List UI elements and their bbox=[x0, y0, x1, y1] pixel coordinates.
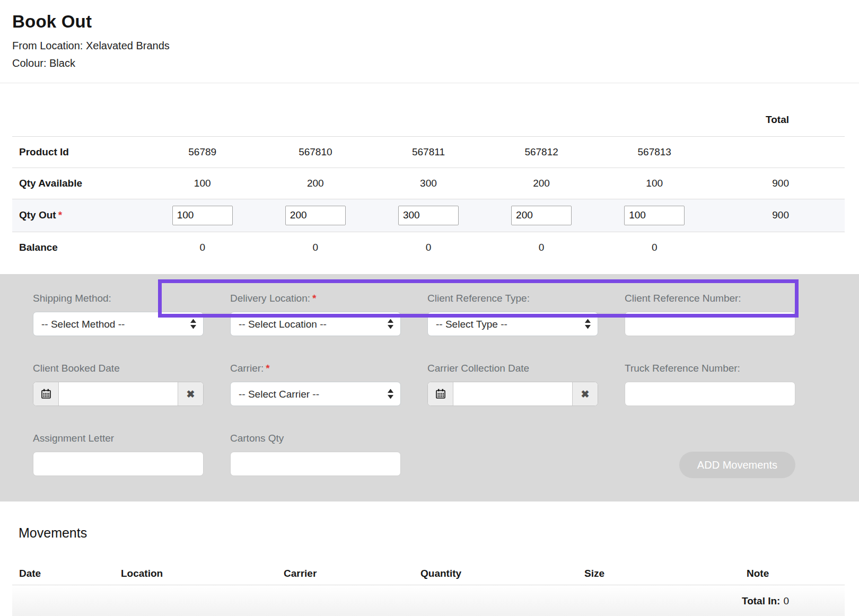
client-reference-type-field: Client Reference Type: -- Select Type -- bbox=[427, 293, 598, 336]
add-movements-cell: ADD Movements bbox=[625, 433, 795, 476]
client-reference-type-select[interactable]: -- Select Type -- bbox=[427, 312, 598, 336]
page-header: Book Out From Location: Xelavated Brands… bbox=[0, 0, 859, 83]
qty-out-row: Qty Out* 900 bbox=[12, 199, 845, 232]
movements-section: Movements Date Location Carrier Quantity… bbox=[0, 525, 859, 616]
shipping-method-field: Shipping Method: -- Select Method -- bbox=[33, 293, 204, 336]
from-location-text: From Location: Xelavated Brands bbox=[12, 37, 859, 55]
qty-out-input-1[interactable] bbox=[172, 206, 233, 225]
truck-reference-number-field: Truck Reference Number: bbox=[625, 363, 795, 406]
movements-col-size: Size bbox=[577, 568, 740, 579]
carrier-field: Carrier:* -- Select Carrier -- bbox=[230, 363, 401, 406]
carrier-select[interactable]: -- Select Carrier -- bbox=[230, 382, 401, 406]
carrier-collection-date-input[interactable] bbox=[453, 382, 572, 406]
required-asterisk: * bbox=[312, 293, 316, 304]
form-row-3-spacer bbox=[427, 433, 598, 476]
qty-out-input-4[interactable] bbox=[511, 206, 572, 225]
total-column-header: Total bbox=[711, 83, 845, 136]
client-booked-date-input[interactable] bbox=[59, 382, 178, 406]
qty-available-row: Qty Available 100 200 300 200 100 900 bbox=[12, 168, 845, 199]
qty-out-row-label: Qty Out* bbox=[12, 199, 146, 232]
booking-table: Total Product Id 56789 567810 567811 567… bbox=[12, 83, 845, 263]
assignment-letter-input[interactable] bbox=[33, 452, 204, 476]
cartons-qty-field: Cartons Qty bbox=[230, 433, 401, 476]
product-id-value: 56789 bbox=[146, 136, 259, 168]
form-row-3: Assignment Letter Cartons Qty ADD Moveme… bbox=[33, 433, 795, 476]
add-movements-button[interactable]: ADD Movements bbox=[679, 452, 795, 478]
carrier-collection-date-field: Carrier Collection Date bbox=[427, 363, 598, 406]
carrier-collection-date-label: Carrier Collection Date bbox=[427, 363, 598, 374]
qty-available-value: 100 bbox=[598, 168, 711, 199]
balance-row: Balance 0 0 0 0 0 bbox=[12, 232, 845, 263]
movements-col-carrier: Carrier bbox=[277, 568, 414, 579]
cartons-qty-input[interactable] bbox=[230, 452, 401, 476]
shipping-method-label: Shipping Method: bbox=[33, 293, 204, 304]
calendar-icon[interactable] bbox=[33, 382, 59, 406]
product-id-row-label: Product Id bbox=[12, 136, 146, 168]
balance-row-label: Balance bbox=[12, 232, 146, 263]
client-reference-type-label: Client Reference Type: bbox=[427, 293, 598, 304]
delivery-location-label: Delivery Location:* bbox=[230, 293, 401, 304]
product-id-total-cell bbox=[711, 136, 845, 168]
balance-total-cell bbox=[711, 232, 845, 263]
form-row-1: Shipping Method: -- Select Method -- Del… bbox=[33, 293, 795, 336]
clear-date-button[interactable]: ✖ bbox=[178, 382, 203, 406]
client-booked-date-label: Client Booked Date bbox=[33, 363, 204, 374]
required-asterisk: * bbox=[58, 209, 62, 221]
booking-table-head-row: Total bbox=[12, 83, 845, 136]
clear-date-button[interactable]: ✖ bbox=[572, 382, 598, 406]
product-id-value: 567811 bbox=[372, 136, 485, 168]
calendar-icon[interactable] bbox=[428, 382, 453, 406]
carrier-collection-date-group: ✖ bbox=[427, 382, 598, 406]
total-in-label: Total In: bbox=[742, 595, 780, 607]
client-reference-number-field: Client Reference Number: bbox=[625, 293, 795, 336]
movements-table-header: Date Location Carrier Quantity Size Note bbox=[12, 562, 845, 585]
booking-table-section: Total Product Id 56789 567810 567811 567… bbox=[0, 83, 859, 263]
assignment-letter-field: Assignment Letter bbox=[33, 433, 204, 476]
movements-col-location: Location bbox=[114, 568, 277, 579]
qty-available-value: 200 bbox=[259, 168, 372, 199]
colour-text: Colour: Black bbox=[12, 55, 859, 72]
movements-total-row: Total In: 0 bbox=[12, 585, 845, 616]
qty-available-value: 300 bbox=[372, 168, 485, 199]
client-reference-number-label: Client Reference Number: bbox=[625, 293, 795, 304]
truck-reference-number-label: Truck Reference Number: bbox=[625, 363, 795, 374]
form-row-2: Client Booked Date bbox=[33, 363, 795, 406]
balance-value: 0 bbox=[372, 232, 485, 263]
shipping-method-select[interactable]: -- Select Method -- bbox=[33, 312, 204, 336]
movements-title: Movements bbox=[19, 525, 859, 541]
cartons-qty-label: Cartons Qty bbox=[230, 433, 401, 444]
balance-value: 0 bbox=[485, 232, 598, 263]
booking-form-panel: Shipping Method: -- Select Method -- Del… bbox=[0, 274, 859, 501]
delivery-location-field: Delivery Location:* -- Select Location -… bbox=[230, 293, 401, 336]
carrier-label: Carrier:* bbox=[230, 363, 401, 374]
qty-out-label-text: Qty Out bbox=[19, 209, 56, 221]
balance-value: 0 bbox=[146, 232, 259, 263]
required-asterisk: * bbox=[266, 363, 269, 374]
movements-col-note: Note bbox=[740, 568, 845, 579]
assignment-letter-label: Assignment Letter bbox=[33, 433, 204, 444]
product-id-row: Product Id 56789 567810 567811 567812 56… bbox=[12, 136, 845, 168]
movements-col-date: Date bbox=[12, 568, 114, 579]
product-id-value: 567810 bbox=[259, 136, 372, 168]
qty-out-input-5[interactable] bbox=[624, 206, 685, 225]
qty-available-row-label: Qty Available bbox=[12, 168, 146, 199]
movements-col-quantity: Quantity bbox=[414, 568, 577, 579]
qty-available-total: 900 bbox=[711, 168, 845, 199]
total-in-value: 0 bbox=[783, 595, 789, 607]
client-booked-date-field: Client Booked Date bbox=[33, 363, 204, 406]
truck-reference-number-input[interactable] bbox=[625, 382, 795, 406]
client-booked-date-group: ✖ bbox=[33, 382, 204, 406]
qty-out-input-2[interactable] bbox=[285, 206, 346, 225]
product-id-value: 567813 bbox=[598, 136, 711, 168]
page-title: Book Out bbox=[12, 12, 859, 32]
qty-out-total: 900 bbox=[711, 199, 845, 232]
delivery-location-select[interactable]: -- Select Location -- bbox=[230, 312, 401, 336]
client-reference-number-input[interactable] bbox=[625, 312, 795, 336]
qty-available-value: 200 bbox=[485, 168, 598, 199]
clear-icon: ✖ bbox=[581, 389, 590, 399]
balance-value: 0 bbox=[259, 232, 372, 263]
qty-out-input-3[interactable] bbox=[398, 206, 459, 225]
clear-icon: ✖ bbox=[187, 389, 195, 399]
product-id-value: 567812 bbox=[485, 136, 598, 168]
qty-available-value: 100 bbox=[146, 168, 259, 199]
